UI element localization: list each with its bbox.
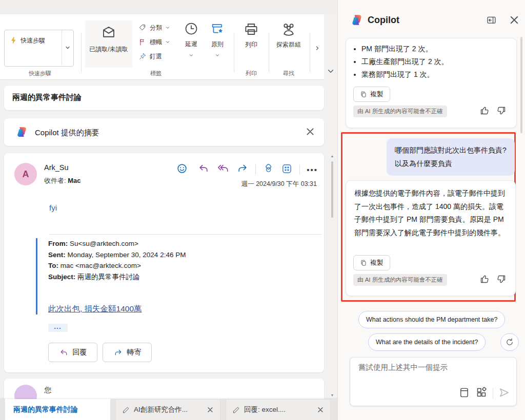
reply-icon[interactable] <box>197 163 210 176</box>
read-unread-label: 已讀取/未讀取 <box>89 45 128 54</box>
copy-button-label: 複製 <box>370 90 383 99</box>
tag-icon <box>138 24 147 32</box>
more-actions-icon[interactable]: ••• <box>307 165 318 174</box>
read-unread-button[interactable]: 已讀取/未讀取 <box>85 20 132 68</box>
summary-banner-label: Copilot 提供的摘要 <box>35 128 99 138</box>
scrollbar-thumb[interactable] <box>331 161 333 218</box>
quoted-message-block: From: Su<su@arktech.com> Sent: Monday, S… <box>36 238 317 314</box>
copilot-panel: Copilot PM 部門出現了 2 次。 工廠生產部門出現了 2 次。 業務部… <box>337 0 525 420</box>
email-subject-title: 兩週的異常事件討論 <box>4 86 324 110</box>
lightning-icon <box>10 36 17 46</box>
copilot-prompt-input[interactable] <box>357 363 508 372</box>
show-trimmed-content-button[interactable]: ••• <box>48 324 68 332</box>
quote-to-value: mac <mac@arkteck.com> <box>60 262 141 269</box>
reply-all-icon[interactable] <box>216 163 230 176</box>
suggestion-chip-1[interactable]: What actions should the PM department ta… <box>358 311 505 328</box>
tab-label: 兩週的異常事件討論 <box>13 405 78 414</box>
close-icon[interactable] <box>317 406 324 413</box>
scroll-down-arrow[interactable]: ▼ <box>329 393 336 397</box>
copy-button[interactable]: 複製 <box>353 87 390 102</box>
sender-avatar[interactable]: A <box>14 163 37 185</box>
thumbs-up-button[interactable] <box>479 274 490 286</box>
thumbs-down-button[interactable] <box>496 106 507 118</box>
thumbs-down-icon <box>496 106 507 116</box>
actions-divider <box>255 164 256 175</box>
prompt-guide-book-icon[interactable] <box>458 387 470 401</box>
list-item: PM 部門出現了 2 次。 <box>361 43 516 55</box>
thumbs-down-button[interactable] <box>496 274 507 287</box>
browse-groups-button[interactable]: 探索群組 <box>271 22 307 65</box>
forward-icon <box>113 348 123 357</box>
copilot-input-card <box>350 357 517 406</box>
copilot-scrollbar-thumb[interactable] <box>520 37 522 133</box>
reply-icon <box>59 348 69 357</box>
quick-steps-group-label: 快速步驟 <box>4 70 76 77</box>
refresh-suggestions-button[interactable] <box>500 333 519 351</box>
forward-button-label: 轉寄 <box>127 348 142 357</box>
tab-label: AI創新研究合作... <box>134 405 203 414</box>
you-label: 您 <box>44 386 51 395</box>
print-button[interactable]: 列印 <box>237 22 266 65</box>
refresh-icon <box>505 338 514 347</box>
ribbon: 快速步驟 快速步驟 已讀取/未讀取 分類 標幟 釘選 <box>0 14 324 80</box>
find-group-label: 尋找 <box>271 70 307 77</box>
pin-icon <box>138 52 147 60</box>
flag-label: 標幟 <box>150 38 162 47</box>
dock-panel-button[interactable] <box>486 15 497 28</box>
tab-draft-1[interactable]: AI創新研究合作... <box>115 399 220 420</box>
apps-grid-icon[interactable] <box>281 163 293 177</box>
scroll-up-arrow[interactable]: ▲ <box>329 154 336 158</box>
share-shapes-icon[interactable] <box>262 163 274 177</box>
forward-icon[interactable] <box>236 163 249 176</box>
tab-draft-2[interactable]: 回覆: excel.... <box>226 399 331 420</box>
close-copilot-button[interactable] <box>509 15 519 27</box>
copilot-header: Copilot <box>338 0 525 33</box>
titlebar-strip <box>0 0 338 14</box>
snooze-label: 延遲 <box>185 40 197 49</box>
reading-pane-scrollbar[interactable]: ▲ ▼ <box>329 154 336 397</box>
ribbon-overflow-button[interactable] <box>312 41 323 55</box>
suggestion-chip-2[interactable]: What are the details of the incident? <box>368 333 486 351</box>
pin-button[interactable]: 釘選 <box>138 50 162 62</box>
email-date: 週一 2024/9/30 下午 03:31 <box>241 180 317 188</box>
ai-disclaimer-chip: 由 AI 所生成的內容可能會不正確 <box>353 274 447 286</box>
copy-button[interactable]: 複製 <box>353 255 390 270</box>
prompt-library-icon[interactable] <box>475 386 488 401</box>
ai-message-card-1: PM 部門出現了 2 次。 工廠生產部門出現了 2 次。 業務部門出現了 1 次… <box>346 38 517 128</box>
reaction-smiley-icon[interactable] <box>176 163 188 176</box>
snooze-button[interactable]: 延遲 <box>179 22 203 71</box>
close-icon[interactable] <box>207 406 214 413</box>
ai-answer-text: 根據您提供的電子郵件內容，該電子郵件中提到了一次出包事件，造成了 1400 萬的… <box>346 181 515 239</box>
reply-button[interactable]: 回覆 <box>48 343 97 362</box>
sender-name[interactable]: Ark_Su <box>44 163 69 172</box>
quote-highlight-text: 此次出包, 損失金額1400萬 <box>48 304 317 314</box>
copilot-logo-icon <box>350 13 364 29</box>
copilot-logo-icon <box>15 125 28 140</box>
policy-button[interactable]: 原則 <box>205 22 230 71</box>
thumbs-up-button[interactable] <box>479 105 490 118</box>
chevron-down-icon <box>165 25 170 30</box>
collapse-ribbon-button[interactable] <box>325 66 336 77</box>
list-item: 工廠生產部門出現了 2 次。 <box>361 55 516 68</box>
body-divider <box>49 234 322 235</box>
copilot-summary-banner[interactable]: Copilot 提供的摘要 <box>4 118 324 146</box>
forward-button[interactable]: 轉寄 <box>103 343 152 362</box>
categorize-label: 分類 <box>150 24 162 32</box>
chevron-down-icon <box>327 68 334 75</box>
thumbs-down-icon <box>496 274 507 285</box>
quick-steps-dropdown[interactable] <box>62 30 73 65</box>
tab-current-email[interactable]: 兩週的異常事件討論 <box>5 399 110 420</box>
chevron-right-icon <box>314 45 320 52</box>
send-button[interactable] <box>498 387 510 401</box>
quick-steps-gallery[interactable]: 快速步驟 <box>4 30 74 67</box>
thumbs-up-icon <box>479 274 490 284</box>
flag-button[interactable]: 標幟 <box>138 36 170 48</box>
to-recipient[interactable]: Mac <box>68 177 80 184</box>
flag-icon <box>138 38 147 46</box>
close-summary-button[interactable] <box>306 127 315 138</box>
categorize-button[interactable]: 分類 <box>138 22 170 34</box>
email-body-intro: fyi <box>49 203 57 212</box>
quote-subject-label: Subject: <box>48 273 75 281</box>
reply-button-label: 回覆 <box>73 348 87 357</box>
copy-icon <box>360 259 367 267</box>
